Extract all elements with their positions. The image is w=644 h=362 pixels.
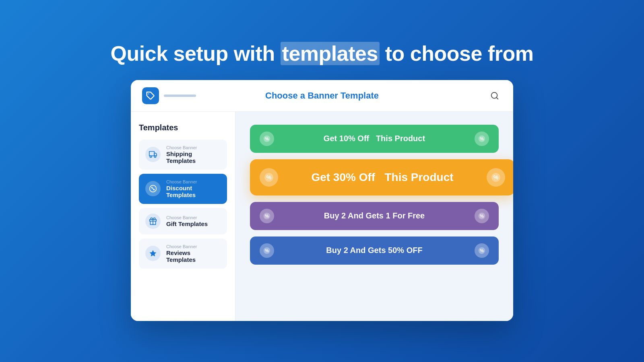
svg-marker-4 <box>154 153 157 156</box>
title-highlight: templates <box>281 42 380 65</box>
svg-point-5 <box>150 156 152 157</box>
badge-icon-1b: % <box>475 132 489 146</box>
app-icon <box>142 87 159 104</box>
svg-text:%: % <box>265 136 269 141</box>
header-line <box>164 95 196 97</box>
badge-icon-2b: % <box>487 168 505 187</box>
svg-line-2 <box>496 97 498 99</box>
modal-title: Choose a Banner Template <box>265 90 379 101</box>
badge-icon-3b: % <box>475 209 489 223</box>
svg-text:%: % <box>480 214 484 218</box>
badge-icon-1: % <box>260 132 274 146</box>
discount-sublabel: Choose Banner <box>166 179 221 184</box>
shipping-label: Shipping Templates <box>166 150 221 164</box>
banner-buy2get50[interactable]: % Buy 2 And Gets 50% OFF % <box>250 237 499 265</box>
shipping-text: Choose Banner Shipping Templates <box>166 145 221 164</box>
badge-icon-4: % <box>260 243 274 258</box>
sidebar: Templates Choose Banner Shipping Templat… <box>131 112 235 321</box>
sidebar-item-gift[interactable]: Choose Banner Gift Templates <box>139 208 227 234</box>
reviews-icon <box>145 246 161 261</box>
gift-sublabel: Choose Banner <box>166 215 208 220</box>
svg-text:%: % <box>480 248 484 253</box>
shipping-icon <box>145 147 161 162</box>
search-button[interactable] <box>487 88 502 103</box>
svg-point-9 <box>152 187 153 188</box>
modal-header: Choose a Banner Template <box>131 80 513 112</box>
banner-10off-label: Get 10% Off This Product <box>274 134 475 143</box>
gift-text: Choose Banner Gift Templates <box>166 215 208 227</box>
banner-30off-label: Get 30% Off This Product <box>278 171 487 184</box>
svg-point-10 <box>154 189 155 190</box>
discount-text: Choose Banner Discount Templates <box>166 179 221 198</box>
shipping-sublabel: Choose Banner <box>166 145 221 150</box>
svg-text:%: % <box>265 214 269 218</box>
modal-body: Templates Choose Banner Shipping Templat… <box>131 112 513 321</box>
banner-buy2get50-label: Buy 2 And Gets 50% OFF <box>274 246 475 255</box>
svg-point-6 <box>154 156 156 157</box>
svg-rect-3 <box>149 152 155 156</box>
svg-text:%: % <box>480 136 484 141</box>
svg-marker-13 <box>150 250 157 257</box>
svg-text:%: % <box>493 174 499 181</box>
badge-icon-2: % <box>260 168 278 187</box>
reviews-text: Choose Banner Reviews Templates <box>166 244 221 263</box>
sidebar-item-shipping[interactable]: Choose Banner Shipping Templates <box>139 140 227 170</box>
badge-icon-3: % <box>260 209 274 223</box>
banner-30off[interactable]: % Get 30% Off This Product % <box>250 159 513 195</box>
sidebar-item-discount[interactable]: Choose Banner Discount Templates <box>139 174 227 204</box>
header-left <box>142 87 196 104</box>
gift-label: Gift Templates <box>166 220 208 227</box>
sidebar-item-reviews[interactable]: Choose Banner Reviews Templates <box>139 239 227 269</box>
reviews-sublabel: Choose Banner <box>166 244 221 249</box>
discount-icon <box>145 181 161 196</box>
main-content: % Get 10% Off This Product % % <box>235 112 513 321</box>
badge-icon-4b: % <box>475 243 489 258</box>
sidebar-heading: Templates <box>139 123 227 132</box>
reviews-label: Reviews Templates <box>166 249 221 263</box>
svg-text:%: % <box>266 174 272 181</box>
modal: Choose a Banner Template Templates <box>131 80 513 321</box>
page-title: Quick setup with templates to choose fro… <box>111 41 534 66</box>
banner-buy2get1[interactable]: % Buy 2 And Gets 1 For Free % <box>250 202 499 230</box>
svg-text:%: % <box>265 248 269 253</box>
gift-icon <box>145 214 161 229</box>
banner-buy2get1-label: Buy 2 And Gets 1 For Free <box>274 211 475 220</box>
banner-10off[interactable]: % Get 10% Off This Product % <box>250 125 499 153</box>
discount-label: Discount Templates <box>166 185 221 198</box>
